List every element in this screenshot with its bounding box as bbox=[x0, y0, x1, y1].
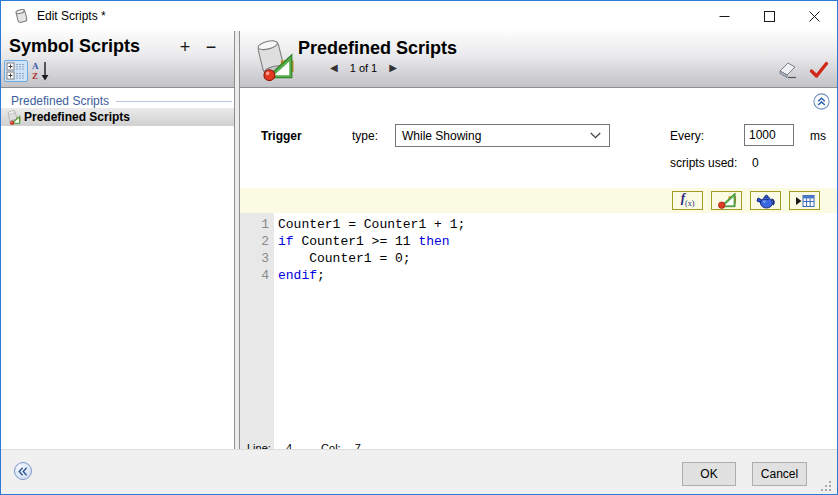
cancel-button[interactable]: Cancel bbox=[752, 462, 807, 486]
editor-status-bar: Line: 4 Col: 7 bbox=[240, 442, 361, 449]
prev-page-button[interactable]: ◀ bbox=[330, 62, 338, 74]
group-rule bbox=[116, 101, 232, 102]
status-col-label: Col: bbox=[321, 442, 341, 449]
maximize-button[interactable] bbox=[747, 1, 792, 31]
status-line-label: Line: bbox=[247, 442, 271, 449]
svg-text:A: A bbox=[32, 61, 39, 71]
run-table-button[interactable] bbox=[789, 191, 820, 210]
main-area: Symbol Scripts + − bbox=[1, 31, 837, 449]
pager-label: 1 of 1 bbox=[350, 62, 378, 74]
code-line[interactable]: if Counter1 >= 11 then bbox=[278, 233, 837, 250]
pager: ◀ 1 of 1 ▶ bbox=[330, 62, 457, 74]
scroll-app-icon bbox=[14, 8, 29, 24]
function-fx-icon: f(x) bbox=[681, 191, 695, 210]
status-col-value: 7 bbox=[355, 442, 361, 449]
function-button[interactable]: f(x) bbox=[672, 191, 703, 210]
next-page-button[interactable]: ▶ bbox=[389, 62, 397, 74]
line-number: 3 bbox=[240, 250, 274, 267]
close-icon bbox=[809, 11, 820, 22]
editor-gutter: 1234 bbox=[240, 213, 274, 449]
trigger-section: Trigger type: While Showing Every: ms sc… bbox=[240, 88, 837, 188]
line-number: 4 bbox=[240, 267, 274, 284]
line-number: 2 bbox=[240, 233, 274, 250]
trigger-label: Trigger bbox=[261, 129, 302, 143]
scripts-group-header: Predefined Scripts bbox=[1, 94, 234, 108]
svg-text:Z: Z bbox=[32, 71, 38, 81]
eraser-icon bbox=[777, 59, 797, 79]
list-item-label: Predefined Scripts bbox=[24, 110, 130, 124]
code-line[interactable]: Counter1 = 0; bbox=[278, 250, 837, 267]
script-editor[interactable]: 1234 Counter1 = Counter1 + 1;if Counter1… bbox=[240, 213, 837, 449]
trigger-type-value: While Showing bbox=[402, 129, 481, 143]
teapot-icon bbox=[756, 193, 776, 209]
editor-toolbar: f(x) bbox=[240, 188, 837, 213]
add-script-button[interactable]: + bbox=[172, 37, 198, 57]
trigger-type-select[interactable]: While Showing bbox=[395, 124, 610, 147]
ms-unit-label: ms bbox=[810, 129, 826, 143]
editor-code[interactable]: Counter1 = Counter1 + 1;if Counter1 >= 1… bbox=[274, 213, 837, 449]
line-number: 1 bbox=[240, 216, 274, 233]
sort-az-icon: A Z bbox=[31, 60, 52, 82]
category-view-icon bbox=[5, 61, 27, 81]
edit-scripts-window: Edit Scripts * Symbol Scripts + − bbox=[0, 0, 838, 495]
chevron-double-left-icon bbox=[18, 467, 28, 476]
title-bar: Edit Scripts * bbox=[1, 1, 837, 31]
maximize-icon bbox=[764, 11, 775, 22]
scripts-list: Predefined Scripts bbox=[1, 88, 234, 449]
remove-script-button[interactable]: − bbox=[198, 37, 224, 57]
apply-check-button[interactable] bbox=[809, 61, 829, 79]
every-input[interactable] bbox=[744, 124, 794, 146]
window-title: Edit Scripts * bbox=[37, 9, 106, 23]
resize-grip[interactable] bbox=[819, 479, 832, 492]
sort-az-button[interactable]: A Z bbox=[31, 60, 52, 82]
left-panel-title: Symbol Scripts bbox=[9, 36, 172, 57]
chevron-down-icon bbox=[590, 132, 601, 139]
status-line-value: 4 bbox=[286, 442, 292, 449]
collapse-left-button[interactable] bbox=[14, 462, 32, 480]
left-panel-header: Symbol Scripts + − bbox=[1, 31, 234, 88]
close-button[interactable] bbox=[792, 1, 837, 31]
script-detail-area: Trigger type: While Showing Every: ms sc… bbox=[240, 88, 837, 449]
list-item-predefined-scripts[interactable]: Predefined Scripts bbox=[1, 108, 234, 126]
minimize-button[interactable] bbox=[702, 1, 747, 31]
insert-script-symbol-button[interactable] bbox=[711, 191, 742, 210]
script-scroll-icon bbox=[5, 110, 21, 125]
run-table-icon bbox=[795, 193, 815, 209]
dialog-footer: OK Cancel bbox=[1, 449, 837, 495]
code-line[interactable]: endif; bbox=[278, 267, 837, 284]
window-controls bbox=[702, 1, 837, 31]
minimize-icon bbox=[719, 11, 730, 22]
trigger-type-label: type: bbox=[352, 129, 378, 143]
symbol-scripts-panel: Symbol Scripts + − bbox=[1, 31, 235, 449]
scripts-used-value: 0 bbox=[752, 156, 759, 170]
group-label: Predefined Scripts bbox=[11, 94, 109, 108]
right-panel-header: Predefined Scripts ◀ 1 of 1 ▶ bbox=[240, 31, 837, 88]
ok-button[interactable]: OK bbox=[682, 462, 736, 486]
every-label: Every: bbox=[670, 129, 704, 143]
script-scroll-icon bbox=[246, 33, 298, 87]
scripts-used-label: scripts used: bbox=[670, 156, 737, 170]
eraser-button[interactable] bbox=[777, 59, 797, 79]
script-symbol-icon bbox=[717, 192, 737, 209]
predefined-scripts-panel: Predefined Scripts ◀ 1 of 1 ▶ bbox=[239, 31, 837, 449]
category-view-button[interactable] bbox=[4, 60, 28, 82]
right-panel-title: Predefined Scripts bbox=[298, 38, 457, 59]
debug-teapot-button[interactable] bbox=[750, 191, 781, 210]
code-line[interactable]: Counter1 = Counter1 + 1; bbox=[278, 216, 837, 233]
check-icon bbox=[809, 61, 829, 79]
